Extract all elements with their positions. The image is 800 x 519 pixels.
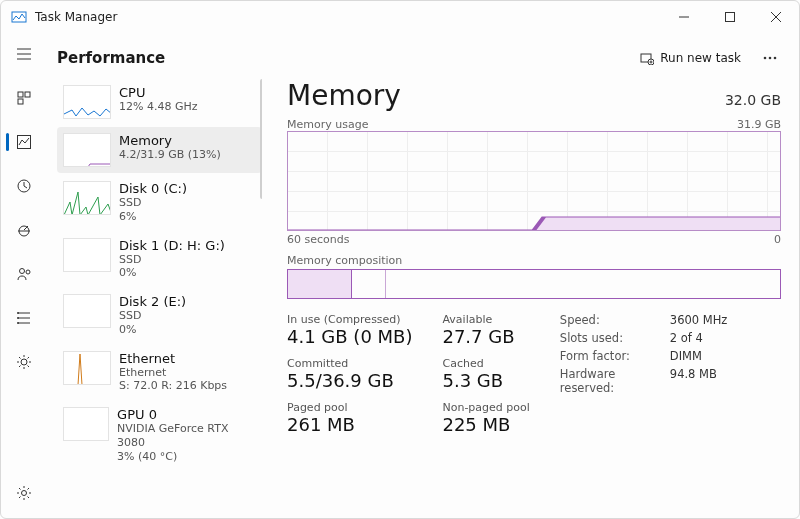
minimize-button[interactable] (661, 1, 707, 33)
memory-composition-chart (287, 269, 781, 299)
title-bar: Task Manager (1, 1, 799, 33)
inuse-label: In use (Compressed) (287, 313, 412, 326)
nav-settings[interactable] (4, 476, 44, 510)
svg-point-30 (764, 57, 767, 60)
nav-details[interactable] (4, 301, 44, 335)
sidebar-item-disk1[interactable]: Disk 1 (D: H: G:)SSD0% (57, 232, 262, 287)
disk1-sparkline (63, 238, 111, 272)
memory-capacity: 32.0 GB (725, 92, 781, 112)
scrollbar-thumb[interactable] (260, 79, 263, 199)
resource-list[interactable]: CPU12% 4.48 GHz Memory4.2/31.9 GB (13%) … (57, 79, 263, 519)
detail-title: Memory (287, 79, 401, 112)
svg-point-24 (21, 359, 27, 365)
svg-rect-9 (25, 92, 30, 97)
more-button[interactable] (755, 52, 785, 64)
nav-rail (1, 33, 47, 519)
sidebar-item-disk0[interactable]: Disk 0 (C:)SSD6% (57, 175, 262, 230)
window-title: Task Manager (35, 10, 117, 24)
svg-point-25 (22, 491, 27, 496)
sidebar-item-ethernet[interactable]: EthernetEthernetS: 72.0 R: 216 Kbps (57, 345, 262, 400)
svg-rect-2 (726, 13, 735, 22)
nav-performance[interactable] (4, 125, 44, 159)
nav-users[interactable] (4, 257, 44, 291)
committed-label: Committed (287, 357, 412, 370)
hamburger-icon[interactable] (4, 37, 44, 71)
cpu-sparkline (63, 85, 111, 119)
run-new-task-button[interactable]: Run new task (632, 47, 749, 69)
nav-app-history[interactable] (4, 169, 44, 203)
page-header: Performance Run new task (57, 37, 785, 79)
composition-label: Memory composition (287, 254, 781, 267)
composition-in-use (288, 270, 352, 298)
run-task-icon (640, 51, 654, 65)
svg-point-31 (769, 57, 772, 60)
sidebar-item-cpu[interactable]: CPU12% 4.48 GHz (57, 79, 262, 125)
close-button[interactable] (753, 1, 799, 33)
nav-startup[interactable] (4, 213, 44, 247)
svg-point-16 (20, 269, 25, 274)
run-task-label: Run new task (660, 51, 741, 65)
gpu-sparkline (63, 407, 109, 441)
nonpaged-label: Non-paged pool (442, 401, 529, 414)
sidebar-item-memory[interactable]: Memory4.2/31.9 GB (13%) (57, 127, 262, 173)
available-label: Available (442, 313, 529, 326)
svg-rect-8 (18, 92, 23, 97)
composition-modified (352, 270, 386, 298)
cached-value: 5.3 GB (442, 370, 529, 391)
memory-specs: Speed:3600 MHz Slots used:2 of 4 Form fa… (560, 313, 728, 395)
xaxis-right: 0 (774, 233, 781, 246)
sidebar-item-disk2[interactable]: Disk 2 (E:)SSD0% (57, 288, 262, 343)
disk0-sparkline (63, 181, 111, 215)
svg-point-21 (17, 312, 19, 314)
cached-label: Cached (442, 357, 529, 370)
page-title: Performance (57, 49, 165, 67)
svg-point-17 (26, 270, 30, 274)
nav-processes[interactable] (4, 81, 44, 115)
sidebar-item-gpu0[interactable]: GPU 0NVIDIA GeForce RTX 30803% (40 °C) (57, 401, 262, 469)
available-value: 27.7 GB (442, 326, 529, 347)
nav-services[interactable] (4, 345, 44, 379)
inuse-value: 4.1 GB (0 MB) (287, 326, 412, 347)
app-icon (11, 9, 27, 25)
committed-value: 5.5/36.9 GB (287, 370, 412, 391)
svg-rect-10 (18, 99, 23, 104)
paged-value: 261 MB (287, 414, 412, 435)
nonpaged-value: 225 MB (442, 414, 529, 435)
svg-point-22 (17, 317, 19, 319)
memory-usage-chart (287, 131, 781, 231)
memory-sparkline (63, 133, 111, 167)
detail-pane: Memory 32.0 GB Memory usage 31.9 GB 60 s… (263, 79, 785, 519)
paged-label: Paged pool (287, 401, 412, 414)
disk2-sparkline (63, 294, 111, 328)
xaxis-left: 60 seconds (287, 233, 349, 246)
ethernet-sparkline (63, 351, 111, 385)
svg-point-32 (774, 57, 777, 60)
svg-point-23 (17, 322, 19, 324)
maximize-button[interactable] (707, 1, 753, 33)
